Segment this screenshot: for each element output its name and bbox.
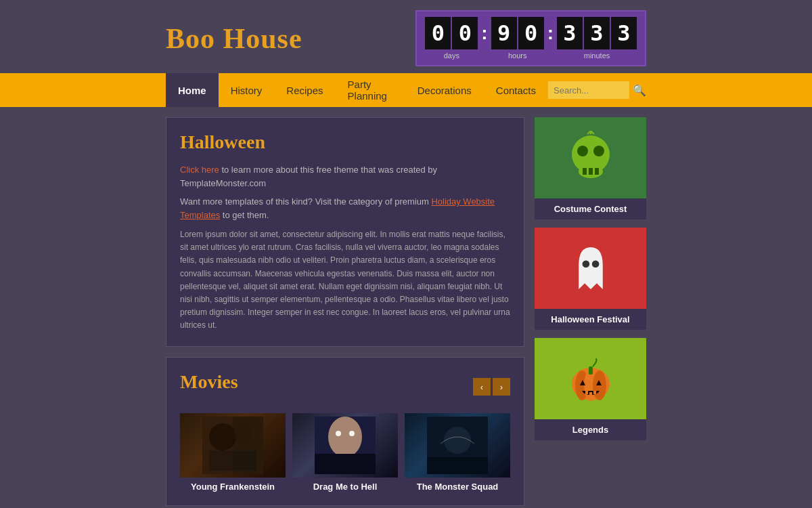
movies-section: Movies ‹ › bbox=[166, 357, 524, 506]
svg-rect-32 bbox=[585, 391, 588, 394]
movie-title-3: The Monster Squad bbox=[405, 482, 510, 492]
days-d2: 0 bbox=[452, 17, 478, 49]
countdown: 0 0 days : 9 0 hours : 3 3 3 minutes bbox=[415, 10, 646, 66]
carousel-next[interactable]: › bbox=[493, 378, 510, 396]
hours-d2: 0 bbox=[518, 17, 544, 49]
hours-d1: 9 bbox=[491, 17, 517, 49]
left-column: Halloween Click here to learn more about… bbox=[166, 117, 524, 508]
search-area: 🔍 bbox=[548, 81, 646, 99]
svg-rect-29 bbox=[589, 366, 593, 375]
sidebar-card-legends[interactable]: Legends bbox=[535, 338, 646, 440]
festival-label: Halloween Festival bbox=[535, 309, 646, 330]
nav-recipes[interactable]: Recipes bbox=[274, 73, 335, 107]
halloween-click-text: Click here to learn more about this free… bbox=[180, 163, 510, 190]
movie-item-2: Drag Me to Hell bbox=[292, 413, 398, 492]
sidebar-card-costume[interactable]: Costume Contest bbox=[535, 117, 646, 219]
movies-header: Movies ‹ › bbox=[180, 371, 510, 403]
svg-rect-12 bbox=[427, 457, 488, 474]
svg-rect-19 bbox=[595, 168, 599, 175]
svg-rect-18 bbox=[589, 168, 593, 175]
pumpkin-icon bbox=[564, 352, 618, 406]
countdown-hours: 9 0 hours bbox=[491, 17, 544, 60]
halloween-lorem: Lorem ipsum dolor sit amet, consectetur … bbox=[180, 228, 510, 333]
movie-item-1: Young Frankenstein bbox=[180, 413, 286, 492]
svg-rect-33 bbox=[589, 392, 592, 395]
countdown-minutes: 3 3 3 minutes bbox=[557, 17, 637, 60]
svg-point-11 bbox=[444, 427, 471, 454]
colon-2: : bbox=[545, 17, 556, 44]
min-d3: 3 bbox=[611, 17, 637, 49]
halloween-title: Halloween bbox=[180, 131, 510, 153]
carousel-prev[interactable]: ‹ bbox=[473, 378, 491, 396]
days-d1: 0 bbox=[425, 17, 451, 49]
movie-thumb-3 bbox=[405, 413, 510, 478]
movie-title-1: Young Frankenstein bbox=[180, 482, 286, 492]
svg-point-9 bbox=[349, 431, 355, 436]
sidebar-card-festival[interactable]: Halloween Festival bbox=[535, 228, 646, 330]
costume-contest-img bbox=[535, 117, 646, 198]
nav-home[interactable]: Home bbox=[166, 73, 219, 107]
nav-party-planning[interactable]: Party Planning bbox=[336, 73, 405, 107]
header: Boo House 0 0 days : 9 0 hours : 3 3 3 bbox=[0, 0, 812, 73]
hours-label: hours bbox=[508, 51, 527, 60]
movies-title: Movies bbox=[180, 371, 238, 393]
movies-grid: Young Frankenstein Drag Me to Hell bbox=[180, 413, 510, 492]
carousel-controls: ‹ › bbox=[473, 378, 510, 396]
svg-point-23 bbox=[582, 260, 589, 268]
nav-contacts[interactable]: Contacts bbox=[484, 73, 548, 107]
svg-rect-7 bbox=[315, 454, 376, 474]
minutes-label: minutes bbox=[584, 51, 610, 60]
movie-item-3: The Monster Squad bbox=[405, 413, 510, 492]
svg-point-16 bbox=[593, 146, 604, 156]
halloween-section: Halloween Click here to learn more about… bbox=[166, 117, 524, 347]
legends-img bbox=[535, 338, 646, 419]
want-more-suffix: to get them. bbox=[220, 210, 269, 220]
svg-rect-4 bbox=[209, 450, 256, 471]
countdown-days: 0 0 days bbox=[425, 17, 478, 60]
movie-thumb-1 bbox=[180, 413, 286, 478]
want-more-text: Want more templates of this kind? Visit … bbox=[180, 196, 431, 207]
nav-history[interactable]: History bbox=[219, 73, 275, 107]
legends-label: Legends bbox=[535, 419, 646, 440]
svg-point-6 bbox=[328, 417, 362, 457]
svg-rect-17 bbox=[583, 168, 587, 175]
skull-icon bbox=[564, 131, 618, 185]
svg-rect-34 bbox=[593, 391, 596, 394]
days-label: days bbox=[444, 51, 459, 60]
svg-point-3 bbox=[233, 423, 253, 444]
search-button[interactable]: 🔍 bbox=[633, 84, 646, 97]
movie-title-2: Drag Me to Hell bbox=[292, 482, 398, 492]
svg-point-24 bbox=[591, 260, 599, 268]
movie-thumb-2 bbox=[292, 413, 398, 478]
site-title: Boo House bbox=[166, 22, 302, 55]
search-input[interactable] bbox=[548, 81, 629, 99]
min-d1: 3 bbox=[557, 17, 583, 49]
right-sidebar: Costume Contest Halloween Festival bbox=[535, 117, 646, 508]
click-here-suffix: to learn more about this free theme that… bbox=[180, 165, 437, 188]
svg-point-15 bbox=[577, 146, 588, 156]
main-content: Halloween Click here to learn more about… bbox=[0, 107, 812, 508]
colon-1: : bbox=[479, 17, 489, 44]
halloween-want-more: Want more templates of this kind? Visit … bbox=[180, 195, 510, 221]
ghost-icon bbox=[570, 241, 611, 295]
min-d2: 3 bbox=[584, 17, 610, 49]
click-here-link[interactable]: Click here bbox=[180, 165, 219, 175]
costume-contest-label: Costume Contest bbox=[535, 198, 646, 219]
navbar: Home History Recipes Party Planning Deco… bbox=[0, 73, 812, 107]
svg-point-2 bbox=[209, 423, 236, 450]
nav-decorations[interactable]: Decorations bbox=[405, 73, 484, 107]
svg-point-8 bbox=[336, 431, 341, 436]
festival-img bbox=[535, 228, 646, 309]
